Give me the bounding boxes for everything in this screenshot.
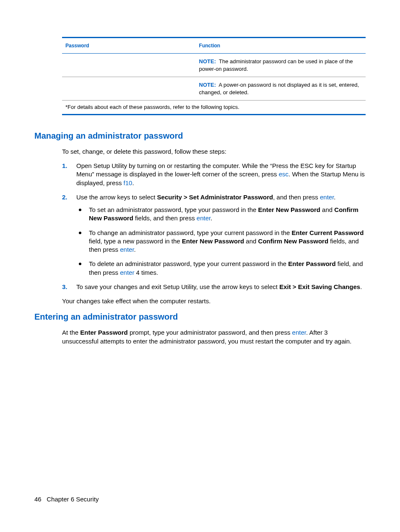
step-number: 3. [62, 283, 68, 291]
b3a: To delete an administrator password, typ… [89, 260, 288, 267]
table-footnote-row: *For details about each of these passwor… [62, 101, 366, 115]
b2c: and [244, 238, 258, 245]
key-enter: enter [197, 214, 210, 222]
table-row: NOTE: A power-on password is not display… [62, 77, 366, 101]
s3b: . [360, 283, 362, 290]
table-header-password: Password [62, 38, 196, 54]
b3f1: Enter Password [288, 260, 335, 267]
b1f1: Enter New Password [258, 206, 320, 213]
section2-body: At the Enter Password prompt, type your … [62, 328, 366, 346]
section2-para: At the Enter Password prompt, type your … [62, 328, 366, 346]
step-1: 1. Open Setup Utility by turning on or r… [62, 162, 366, 187]
b2f1: Enter Current Password [292, 229, 364, 236]
table-cell-empty [62, 54, 196, 77]
s3path: Exit > Exit Saving Changes [279, 283, 360, 290]
step-number: 2. [62, 193, 68, 201]
s2b: prompt, type your administrator password… [128, 329, 292, 336]
table-footnote: *For details about each of these passwor… [62, 101, 366, 115]
password-table-wrap: Password Function NOTE: The administrato… [62, 37, 366, 115]
key-enter: enter [120, 246, 134, 253]
s2a: At the [62, 329, 80, 336]
heading-managing-password: Managing an administrator password [34, 130, 366, 142]
note-label: NOTE: [199, 58, 216, 65]
table-cell-empty [62, 77, 196, 101]
b2f2: Enter New Password [182, 238, 244, 245]
b1d: . [210, 214, 212, 222]
note2-text: A power-on password is not displayed as … [199, 82, 359, 96]
s3a: To save your changes and exit Setup Util… [76, 283, 279, 290]
key-enter: enter [320, 194, 334, 201]
b2a: To change an administrator password, typ… [89, 229, 292, 236]
step2-text-b: , and then press [273, 194, 320, 201]
b1b: and [320, 206, 334, 213]
section1-body: To set, change, or delete this password,… [62, 147, 366, 306]
bullet-delete-password: To delete an administrator password, typ… [76, 260, 366, 277]
note-label: NOTE: [199, 82, 216, 88]
step2-path: Security > Set Administrator Password [157, 194, 273, 201]
b1a: To set an administrator password, type y… [89, 206, 258, 213]
s2f1: Enter Password [80, 329, 127, 336]
step1-text-c: . [132, 179, 134, 186]
key-enter: enter [120, 269, 134, 276]
step2-bullets: To set an administrator password, type y… [76, 206, 366, 277]
bullet-change-password: To change an administrator password, typ… [76, 229, 366, 254]
key-esc: esc [279, 170, 288, 178]
step-3: 3. To save your changes and exit Setup U… [62, 283, 366, 291]
key-enter: enter [292, 329, 306, 336]
note1-text: The administrator password can be used i… [199, 58, 353, 72]
page-footer: 46 Chapter 6 Security [34, 495, 99, 504]
steps-list: 1. Open Setup Utility by turning on or r… [62, 162, 366, 291]
step2-text-c: . [334, 194, 335, 201]
table-row: NOTE: The administrator password can be … [62, 54, 366, 77]
b2b: field, type a new password in the [89, 238, 182, 245]
b3c: 4 times. [134, 269, 158, 276]
b1c: fields, and then press [133, 214, 197, 222]
bullet-set-password: To set an administrator password, type y… [76, 206, 366, 223]
step-number: 1. [62, 162, 68, 170]
step2-text-a: Use the arrow keys to select [76, 194, 157, 201]
heading-entering-password: Entering an administrator password [34, 311, 366, 323]
page-number: 46 [34, 496, 42, 503]
password-function-table: Password Function NOTE: The administrato… [62, 37, 366, 115]
section1-intro: To set, change, or delete this password,… [62, 147, 366, 156]
b2e: . [134, 246, 136, 253]
step-2: 2. Use the arrow keys to select Security… [62, 193, 366, 277]
key-f10: f10 [124, 179, 132, 186]
table-header-function: Function [196, 38, 366, 54]
table-cell-note1: NOTE: The administrator password can be … [196, 54, 366, 77]
page-content: Password Function NOTE: The administrato… [0, 0, 400, 532]
chapter-label: Chapter 6 Security [47, 496, 99, 503]
table-cell-note2: NOTE: A power-on password is not display… [196, 77, 366, 101]
section1-outro: Your changes take effect when the comput… [62, 297, 366, 305]
b2f3: Confirm New Password [258, 238, 329, 245]
